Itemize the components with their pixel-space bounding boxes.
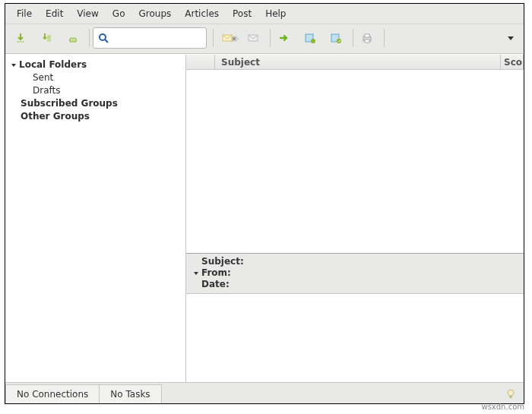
chevron-down-icon (194, 272, 198, 275)
tree-label: Local Folders (17, 59, 87, 71)
toolbar-separator (353, 29, 353, 47)
tree-item-drafts[interactable]: Drafts (10, 84, 182, 97)
toolbar-separator (270, 29, 271, 47)
svg-point-7 (311, 39, 315, 43)
toolbar (5, 24, 524, 54)
label-from: From: (201, 267, 231, 279)
tree-item-local-folders[interactable]: Local Folders (10, 58, 182, 71)
svg-rect-12 (365, 40, 369, 43)
menu-help[interactable]: Help (258, 7, 293, 21)
status-connections[interactable]: No Connections (5, 384, 100, 403)
chevron-down-icon (11, 64, 16, 67)
tree-item-other-groups[interactable]: Other Groups (10, 110, 182, 123)
thread-list[interactable] (186, 70, 524, 253)
svg-rect-14 (509, 396, 512, 398)
content-area: Local Folders Sent Drafts Subscribed Gro… (5, 54, 524, 382)
message-body[interactable] (186, 294, 524, 382)
message-header-date: Date: (192, 279, 518, 290)
thread-header: Subject Sco (186, 55, 524, 70)
go-next-unread-button[interactable] (274, 27, 295, 49)
mark-read-button[interactable] (299, 27, 321, 49)
svg-rect-11 (365, 34, 369, 37)
watermark: wsxdn.com (481, 403, 524, 411)
search-box[interactable] (93, 27, 207, 49)
toolbar-separator (213, 29, 214, 47)
download-headers-button[interactable] (10, 27, 31, 49)
statusbar: No Connections No Tasks (5, 382, 524, 403)
tree-label: Drafts (31, 85, 61, 96)
expand-toggle[interactable] (192, 272, 200, 275)
message-header-subject: Subject: (192, 256, 518, 267)
tree-item-sent[interactable]: Sent (10, 71, 182, 84)
svg-point-13 (508, 390, 514, 396)
label-date: Date: (201, 279, 230, 290)
download-group-button[interactable] (36, 27, 57, 49)
svg-rect-1 (47, 35, 51, 42)
thread-panel: Subject Sco (186, 55, 524, 254)
search-icon (98, 33, 109, 43)
toolbar-separator (89, 29, 90, 47)
download-bodies-button[interactable] (62, 27, 83, 49)
svg-line-3 (105, 40, 108, 43)
toolbar-overflow-button[interactable] (502, 30, 519, 46)
right-pane: Subject Sco Subject: From: Date: (186, 55, 524, 382)
hint-bulb-button[interactable] (504, 387, 518, 400)
column-subject[interactable]: Subject (215, 55, 501, 69)
tree-label: Subscribed Groups (19, 98, 118, 109)
svg-rect-0 (17, 41, 24, 43)
menu-file[interactable]: File (10, 7, 39, 21)
mark-group-read-button[interactable] (325, 27, 347, 49)
menu-edit[interactable]: Edit (39, 7, 70, 21)
folder-tree[interactable]: Local Folders Sent Drafts Subscribed Gro… (5, 55, 186, 382)
tree-label: Sent (31, 72, 53, 84)
column-flag[interactable] (186, 55, 215, 69)
svg-point-9 (337, 39, 341, 43)
menubar: File Edit View Go Groups Articles Post H… (5, 4, 524, 24)
menu-articles[interactable]: Articles (178, 7, 226, 21)
label-subject: Subject: (201, 256, 244, 267)
menu-go[interactable]: Go (106, 7, 132, 21)
compose-post-button[interactable] (217, 27, 238, 49)
chevron-down-icon (508, 36, 514, 40)
column-score[interactable]: Sco (501, 55, 524, 69)
search-input[interactable] (109, 33, 229, 43)
reply-post-button[interactable] (242, 27, 264, 49)
message-header: Subject: From: Date: (186, 254, 524, 294)
expand-toggle[interactable] (10, 64, 17, 67)
message-header-from: From: (192, 267, 518, 279)
app-window: File Edit View Go Groups Articles Post H… (5, 3, 524, 404)
status-tasks[interactable]: No Tasks (100, 384, 161, 403)
lightbulb-icon (505, 388, 516, 399)
svg-point-2 (100, 34, 106, 40)
menu-groups[interactable]: Groups (131, 7, 178, 21)
print-button[interactable] (356, 27, 378, 49)
menu-view[interactable]: View (70, 7, 105, 21)
toolbar-separator (384, 29, 385, 47)
tree-item-subscribed-groups[interactable]: Subscribed Groups (10, 97, 182, 110)
tree-label: Other Groups (19, 111, 90, 122)
menu-post[interactable]: Post (226, 7, 258, 21)
